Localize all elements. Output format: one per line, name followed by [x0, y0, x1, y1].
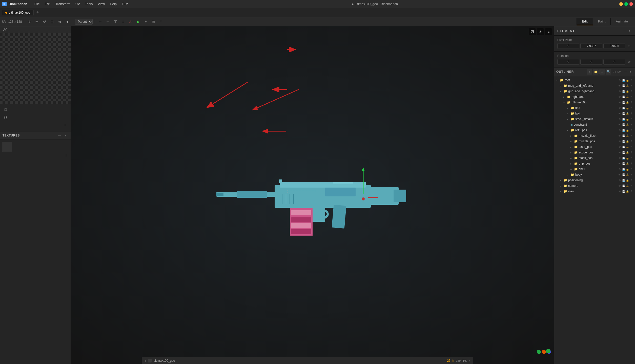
tree-item-gun_and_righthand[interactable]: ▾📁gun_and_righthand👁💾🔒?: [554, 88, 635, 94]
next-tab-btn[interactable]: ›: [469, 359, 470, 362]
align-bottom-btn[interactable]: ⊥: [120, 18, 126, 25]
tree-expand-arrow[interactable]: ▸: [560, 179, 563, 182]
tree-expand-arrow[interactable]: ▾: [560, 90, 563, 93]
more-icon[interactable]: ?: [629, 140, 633, 143]
lock-icon[interactable]: 🔒: [626, 168, 629, 171]
scale-tool-btn[interactable]: ⊡: [49, 18, 55, 25]
tree-item-laser_pos[interactable]: ▸📁laser_pos👁💾🔒?: [554, 144, 635, 150]
tab-animate[interactable]: Animate: [610, 18, 633, 25]
viewport-settings-btn[interactable]: ≡: [545, 28, 552, 35]
visibility-icon[interactable]: 👁: [618, 190, 622, 193]
more-icon[interactable]: ?: [629, 134, 633, 137]
tool-dropdown[interactable]: ▾: [64, 18, 71, 25]
lock-icon[interactable]: 🔒: [626, 129, 629, 132]
save-icon[interactable]: 💾: [622, 118, 625, 121]
outliner-search-btn[interactable]: 🔍: [606, 69, 611, 75]
texture-list-more[interactable]: ⋮: [64, 153, 69, 158]
visibility-icon[interactable]: 👁: [618, 96, 622, 98]
lock-icon[interactable]: 🔒: [626, 179, 629, 182]
visibility-icon[interactable]: 👁: [618, 84, 622, 87]
save-icon[interactable]: 💾: [622, 157, 625, 160]
lock-icon[interactable]: 🔒: [626, 101, 629, 104]
tree-item-body[interactable]: ▸📁body👁💾🔒?: [554, 172, 635, 177]
outliner-folder-btn[interactable]: 📁: [593, 69, 599, 75]
lock-icon[interactable]: 🔒: [626, 118, 629, 121]
element-chevron-btn[interactable]: ▾: [627, 28, 632, 33]
visibility-icon[interactable]: 👁: [618, 157, 622, 160]
lock-icon[interactable]: 🔒: [626, 162, 629, 165]
prev-tab-btn[interactable]: ‹: [145, 359, 146, 363]
tree-item-positioning[interactable]: ▸📁positioning👁💾🔒?: [554, 177, 635, 183]
paint-tool-btn[interactable]: ⊛: [56, 18, 63, 25]
save-icon[interactable]: 💾: [622, 79, 625, 82]
pivot-reset-btn[interactable]: ⊞: [626, 43, 632, 49]
more-icon[interactable]: ?: [629, 112, 633, 115]
tree-item-muzzle_flash[interactable]: ▸📁muzzle_flash👁💾🔒?: [554, 133, 635, 139]
lock-icon[interactable]: 🔒: [626, 123, 629, 126]
tab-edit[interactable]: Edit: [577, 18, 592, 25]
warning-btn[interactable]: ⚠: [127, 18, 134, 25]
tab-ultimax100[interactable]: ultimax100_geo: [2, 10, 34, 15]
minimize-button[interactable]: [619, 2, 623, 6]
tree-expand-arrow[interactable]: ▸: [570, 140, 574, 143]
tab-paint[interactable]: Paint: [593, 18, 611, 25]
tree-item-ultimax100[interactable]: ▾📁ultimax100👁💾🔒?: [554, 100, 635, 105]
visibility-icon[interactable]: 👁: [618, 134, 622, 137]
visibility-icon[interactable]: 👁: [618, 162, 622, 165]
menu-file[interactable]: File: [32, 2, 42, 6]
pivot-z-input[interactable]: [603, 43, 625, 49]
lock-icon[interactable]: 🔒: [626, 96, 629, 98]
lock-icon[interactable]: 🔒: [626, 90, 629, 93]
new-tab-button[interactable]: +: [35, 10, 41, 16]
save-icon[interactable]: 💾: [622, 129, 625, 132]
more-icon[interactable]: ?: [629, 118, 633, 121]
close-button[interactable]: [629, 2, 633, 6]
rotation-z-input[interactable]: [603, 59, 625, 65]
visibility-icon[interactable]: 👁: [618, 140, 622, 143]
more-icon[interactable]: ?: [629, 101, 633, 104]
parent-dropdown[interactable]: Parent: [75, 19, 93, 25]
tree-item-camera[interactable]: ▸📁camera👁💾🔒?: [554, 183, 635, 189]
visibility-icon[interactable]: 👁: [618, 79, 622, 82]
tree-item-tiba[interactable]: ▸📁tiba👁💾🔒?: [554, 105, 635, 111]
tree-expand-arrow[interactable]: ▸: [560, 84, 563, 87]
more-icon[interactable]: ?: [629, 107, 633, 109]
texture-action-minus[interactable]: —: [57, 133, 62, 138]
lock-icon[interactable]: 🔒: [626, 79, 629, 82]
texture-section-header[interactable]: TEXTURES — ▾: [0, 131, 71, 140]
more-icon[interactable]: ?: [629, 146, 633, 148]
tree-expand-arrow[interactable]: ▸: [567, 173, 570, 176]
tree-item-stock_pos[interactable]: ▸📁stock_pos👁💾🔒?: [554, 155, 635, 161]
save-icon[interactable]: 💾: [622, 96, 625, 98]
align-left-btn[interactable]: ⊢: [97, 18, 104, 25]
viewport-light-btn[interactable]: ☀: [537, 28, 544, 35]
tree-expand-arrow[interactable]: ▾: [556, 79, 560, 82]
more-icon[interactable]: ?: [629, 96, 633, 98]
tree-item-mag_and_lefthand[interactable]: ▸📁mag_and_lefthand👁💾🔒?: [554, 83, 635, 88]
save-icon[interactable]: 💾: [622, 123, 625, 126]
more-icon[interactable]: ?: [629, 79, 633, 82]
save-icon[interactable]: 💾: [622, 179, 625, 182]
tree-expand-arrow[interactable]: ▸: [567, 118, 570, 121]
menu-help[interactable]: Help: [108, 2, 119, 6]
texture-action-chevron[interactable]: ▾: [63, 133, 68, 138]
tree-item-righthand[interactable]: ▸📁righthand👁💾🔒?: [554, 94, 635, 100]
tree-expand-arrow[interactable]: ▸: [567, 112, 570, 115]
rotate-tool-btn[interactable]: ↺: [41, 18, 48, 25]
maximize-button[interactable]: [624, 2, 628, 6]
tree-item-muzzle_pos[interactable]: ▸📁muzzle_pos👁💾🔒?: [554, 139, 635, 144]
more-icon[interactable]: ?: [629, 185, 633, 187]
tree-expand-arrow[interactable]: ▸: [570, 151, 574, 154]
tree-item-grip_pos[interactable]: ▸📁grip_pos👁💾🔒?: [554, 161, 635, 166]
tree-expand-arrow[interactable]: ▸: [570, 162, 574, 165]
align-center-btn[interactable]: ⊣: [105, 18, 111, 25]
lock-icon[interactable]: 🔒: [626, 157, 629, 160]
tree-item-bolt[interactable]: ▸📁bolt👁💾🔒?: [554, 111, 635, 116]
tree-expand-arrow[interactable]: ▸: [567, 107, 570, 109]
lock-icon[interactable]: 🔒: [626, 107, 629, 109]
lock-icon[interactable]: 🔒: [626, 146, 629, 148]
tree-expand-arrow[interactable]: ▸: [560, 190, 563, 193]
visibility-icon[interactable]: 👁: [618, 129, 622, 132]
outliner-add-btn[interactable]: +: [587, 69, 592, 75]
color-green-dot[interactable]: [537, 350, 541, 354]
